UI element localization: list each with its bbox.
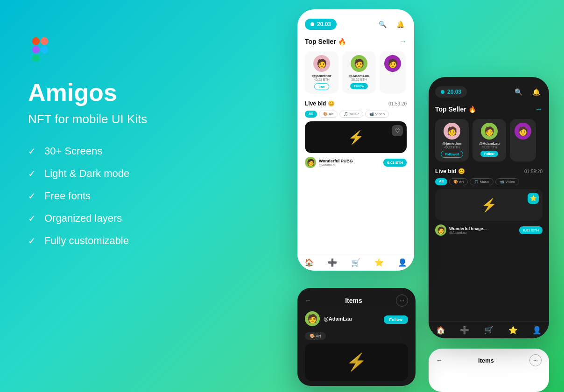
filter-all-dark[interactable]: All xyxy=(435,178,447,185)
filter-music-dark[interactable]: 🎵 Music xyxy=(470,178,494,185)
bid-name: Wonderful PUBG xyxy=(319,159,381,163)
filter-video[interactable]: 📹 Video xyxy=(365,111,389,118)
followed-button[interactable]: true xyxy=(314,83,329,90)
bid-row: 🧑 Wonderful PUBG @AdamLau 0,01 ETH xyxy=(305,157,407,168)
follow-button-dark[interactable]: Follow xyxy=(480,151,498,157)
favorite-button[interactable]: ♡ xyxy=(392,125,403,136)
seller-name-dark: @jamethor xyxy=(442,141,462,146)
seller-card: 🧑 xyxy=(380,51,406,94)
seller-eth: 40,22 ETH xyxy=(314,78,329,81)
nft-card-dark: ⚡ ⭐ xyxy=(435,189,543,221)
nav-add-icon[interactable]: ➕ xyxy=(328,258,337,267)
sellers-row-dark: 🧑 @jamethor 40,22 ETH Followed 🧑 @AdamLa… xyxy=(435,119,543,161)
seller-card: 🧑 @AdamLau 38,22 ETH Follow xyxy=(342,51,376,94)
search-icon-dark[interactable]: 🔍 xyxy=(512,85,525,98)
seller-avatar: 🧑 xyxy=(351,55,367,72)
top-seller-header: Top Seller 🔥 → xyxy=(305,37,407,46)
items-header-light: ← Items ··· xyxy=(429,349,549,370)
check-icon: ✓ xyxy=(28,146,36,157)
bid-row-dark: 🧑 Wonderful Image... @AdamLau 0,01 ETH xyxy=(435,224,543,236)
seller-avatar-dark: 🧑 xyxy=(515,123,531,140)
top-seller-header-dark: Top Seller 🔥 → xyxy=(435,105,543,113)
phone-dark: 20.03 🔍 🔔 Top Seller 🔥 → 🧑 @jamethor 40,… xyxy=(429,77,549,338)
favorite-button-dark[interactable]: ⭐ xyxy=(528,193,539,204)
lightning-icon: ⚡ xyxy=(348,130,364,145)
phone-light: 20.03 🔍 🔔 Top Seller 🔥 → 🧑 @jamethor 40,… xyxy=(297,9,414,271)
items-title-light: Items xyxy=(478,357,494,364)
nav-home-icon[interactable]: 🏠 xyxy=(304,258,314,267)
seller-card-dark: 🧑 @AdamLau 38,22 ETH Follow xyxy=(472,119,506,161)
seller-name: @AdamLau xyxy=(349,74,369,78)
followed-button-dark[interactable]: Followed xyxy=(441,151,463,158)
feature-item: ✓ Light & Dark mode xyxy=(28,168,238,180)
phone-top-row: 20.03 🔍 🔔 xyxy=(305,18,407,31)
feature-item: ✓ Fully customizable xyxy=(28,235,238,247)
phone-light-items: ← Items ··· xyxy=(429,349,549,392)
filter-art-dark[interactable]: 🎨 Art xyxy=(449,178,468,185)
items-menu-light[interactable]: ··· xyxy=(529,354,542,366)
filter-art[interactable]: 🎨 Art xyxy=(319,111,338,118)
feature-item: ✓ Organized layers xyxy=(28,212,238,224)
app-subtitle: NFT for mobile UI Kits xyxy=(28,112,238,126)
top-seller-arrow-dark[interactable]: → xyxy=(535,105,543,113)
check-icon: ✓ xyxy=(28,213,36,224)
feature-label: Organized layers xyxy=(44,212,122,224)
live-bid-timer: 01:59:20 xyxy=(388,101,407,106)
filter-music[interactable]: 🎵 Music xyxy=(339,111,363,118)
check-icon: ✓ xyxy=(28,168,36,179)
live-bid-title-dark: Live bid 😊 xyxy=(435,168,465,175)
filter-all[interactable]: All xyxy=(305,111,317,118)
bid-info: Wonderful PUBG @AdamLau xyxy=(319,159,381,167)
bid-avatar-dark: 🧑 xyxy=(435,224,446,236)
top-icons-dark: 🔍 🔔 xyxy=(512,85,543,98)
search-icon[interactable]: 🔍 xyxy=(376,18,389,31)
seller-eth: 38,22 ETH xyxy=(351,78,367,81)
follow-button-items-dark[interactable]: Follow xyxy=(384,315,409,324)
nav-profile-icon[interactable]: 👤 xyxy=(398,258,407,267)
lightning-icon-dark: ⚡ xyxy=(481,197,497,213)
bid-price-button-dark[interactable]: 0,01 ETH xyxy=(519,226,543,234)
bell-icon[interactable]: 🔔 xyxy=(394,18,407,31)
bottom-nav-light: 🏠 ➕ 🛒 ⭐ 👤 xyxy=(297,254,414,271)
live-bid-timer-dark: 01:59:20 xyxy=(524,169,543,174)
feature-list: ✓ 30+ Screens ✓ Light & Dark mode ✓ Free… xyxy=(28,145,238,247)
svg-rect-0 xyxy=(32,37,40,45)
back-arrow-dark[interactable]: ← xyxy=(305,297,311,304)
seller-name-dark: @AdamLau xyxy=(479,141,500,146)
seller-avatar: 🧑 xyxy=(384,55,401,72)
phone-dark-items: ← Items ··· 🧑 @AdamLau Follow 🎨 Art ⚡ xyxy=(297,288,416,386)
back-arrow-light[interactable]: ← xyxy=(436,357,443,364)
seller-avatar-dark: 🧑 xyxy=(481,123,498,140)
live-bid-header: Live bid 😊 01:59:20 xyxy=(305,100,407,107)
top-seller-arrow[interactable]: → xyxy=(399,37,407,46)
filter-video-dark[interactable]: 📹 Video xyxy=(495,178,519,185)
filter-row-dark: All 🎨 Art 🎵 Music 📹 Video xyxy=(435,178,543,185)
nav-cart-dark-icon[interactable]: 🛒 xyxy=(484,326,494,335)
nav-cart-icon[interactable]: 🛒 xyxy=(351,258,360,267)
bottom-nav-dark: 🏠 ➕ 🛒 ⭐ 👤 xyxy=(429,322,549,338)
phone-dark-top-row: 20.03 🔍 🔔 xyxy=(435,85,543,98)
live-bid-title: Live bid 😊 xyxy=(305,100,335,107)
follow-button[interactable]: Follow xyxy=(350,83,368,89)
bid-user-dark: @AdamLau xyxy=(449,231,516,234)
nav-star-dark-icon[interactable]: ⭐ xyxy=(508,326,518,335)
check-icon: ✓ xyxy=(28,190,36,202)
items-menu-dark[interactable]: ··· xyxy=(396,294,408,307)
seller-card: 🧑 @jamethor 40,22 ETH true xyxy=(305,51,338,94)
balance-amount: 20.03 xyxy=(317,21,331,28)
nav-profile-dark-icon[interactable]: 👤 xyxy=(532,326,542,335)
sellers-row: 🧑 @jamethor 40,22 ETH true 🧑 @AdamLau 38… xyxy=(305,51,407,94)
bid-price-button[interactable]: 0,01 ETH xyxy=(383,159,407,167)
nav-add-dark-icon[interactable]: ➕ xyxy=(460,326,469,335)
bell-icon-dark[interactable]: 🔔 xyxy=(529,85,543,98)
bid-user: @AdamLau xyxy=(319,163,381,167)
feature-label: Light & Dark mode xyxy=(44,168,129,180)
top-seller-title-dark: Top Seller 🔥 xyxy=(435,105,476,113)
svg-rect-3 xyxy=(32,54,40,62)
seller-eth-dark: 40,22 ETH xyxy=(444,146,459,149)
nav-star-icon[interactable]: ⭐ xyxy=(374,258,384,267)
user-follow-row-dark: 🧑 @AdamLau Follow xyxy=(297,311,416,331)
left-panel: Amigos NFT for mobile UI Kits ✓ 30+ Scre… xyxy=(28,37,238,247)
nft-large-card-dark: ⚡ xyxy=(305,343,408,381)
nav-home-dark-icon[interactable]: 🏠 xyxy=(436,326,445,335)
